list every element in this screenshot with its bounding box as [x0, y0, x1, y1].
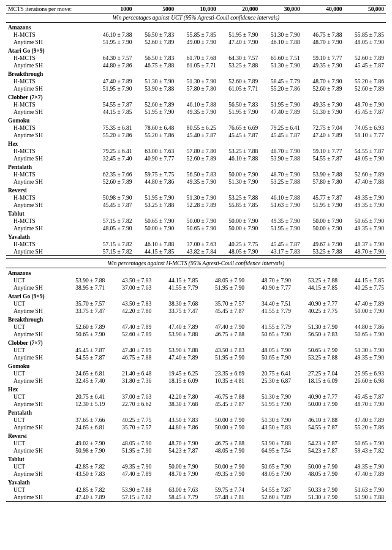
cell-value: 40.25 ± 7.75 — [218, 241, 260, 248]
cell-value: 51.30 ± 7.90 — [293, 323, 339, 331]
cell-value: 50.65 ± 7.90 — [246, 463, 293, 470]
game-header-7: Reversi — [6, 431, 386, 440]
cell-value: 54.55 ± 7.87 — [293, 424, 339, 431]
row-label: Anytime SH — [6, 248, 92, 256]
game-header-2: Breakthrough — [6, 315, 386, 323]
row-label: Anytime SH — [6, 377, 60, 385]
cell-value: 48.05 ± 7.90 — [200, 447, 246, 454]
cell-value: 52.60 ± 7.89 — [92, 178, 134, 186]
cell-value: 51.95 ± 7.90 — [134, 108, 176, 116]
row-label: H-MCTS — [6, 148, 92, 155]
cell-value: 45.45 ± 7.87 — [92, 202, 134, 209]
cell-value: 52.60 ± 7.89 — [344, 55, 386, 62]
cell-value: 59.10 ± 7.77 — [302, 148, 344, 155]
cell-value: 47.40 ± 7.89 — [60, 494, 107, 502]
cell-value: 44.15 ± 7.85 — [92, 108, 134, 116]
cell-value: 46.10 ± 7.88 — [92, 31, 134, 39]
cell-value: 51.30 ± 7.90 — [218, 178, 260, 186]
row-label: Anytime SH — [6, 39, 92, 46]
cell-value: 52.60 ± 7.89 — [302, 85, 344, 92]
cell-value: 31.80 ± 7.36 — [107, 377, 153, 385]
cell-value: 48.05 ± 7.90 — [344, 39, 386, 46]
cell-value: 52.60 ± 7.89 — [344, 85, 386, 92]
cell-value: 61.70 ± 7.68 — [176, 55, 218, 62]
game-header-2: Breakthrough — [6, 69, 386, 78]
table-row: UCT24.65 ± 6.8121.40 ± 6.4819.45 ± 6.252… — [6, 370, 386, 377]
cell-value: 52.60 ± 7.89 — [344, 171, 386, 178]
cell-value: 54.55 ± 7.87 — [60, 354, 107, 361]
cell-value: 43.82 ± 7.84 — [176, 248, 218, 256]
table-row: Anytime SH38.95 ± 7.7137.00 ± 7.6341.55 … — [6, 284, 386, 292]
cell-value: 26.60 ± 6.98 — [339, 377, 386, 385]
cell-value: 18.15 ± 6.09 — [153, 377, 200, 385]
cell-value: 79.25 ± 6.41 — [92, 148, 134, 155]
iter-50000: 50,000 — [344, 6, 386, 13]
cell-value: 44.80 ± 7.86 — [153, 424, 200, 431]
cell-value: 59.43 ± 7.82 — [339, 447, 386, 454]
iter-40000: 40,000 — [302, 6, 344, 13]
table-row: Anytime SH32.45 ± 7.4031.80 ± 7.3618.15 … — [6, 377, 386, 385]
cell-value: 62.35 ± 7.66 — [92, 171, 134, 178]
cell-value: 53.25 ± 7.88 — [218, 148, 260, 155]
cell-value: 52.60 ± 7.89 — [107, 331, 153, 338]
cell-value: 24.65 ± 6.81 — [60, 370, 107, 377]
cell-value: 48.70 ± 7.90 — [260, 171, 302, 178]
cell-value: 53.90 ± 7.88 — [302, 171, 344, 178]
cell-value: 45.45 ± 7.87 — [218, 132, 260, 139]
row-label: H-MCTS — [6, 194, 92, 202]
cell-value: 54.55 ± 7.87 — [344, 148, 386, 155]
cell-value: 50.00 ± 7.90 — [176, 217, 218, 225]
cell-value: 38.30 ± 7.68 — [153, 401, 200, 408]
cell-value: 18.15 ± 6.09 — [293, 377, 339, 385]
cell-value: 48.70 ± 7.90 — [344, 248, 386, 256]
row-label: Anytime SH — [6, 85, 92, 92]
cell-value: 49.35 ± 7.90 — [176, 178, 218, 186]
cell-value: 63.00 ± 7.63 — [134, 148, 176, 155]
cell-value: 43.50 ± 7.83 — [107, 277, 153, 284]
cell-value: 51.95 ± 7.90 — [200, 354, 246, 361]
row-label: Anytime SH — [6, 447, 60, 454]
cell-value: 34.40 ± 7.51 — [246, 300, 293, 307]
table-row: Anytime SH32.45 ± 7.4040.90 ± 7.7752.60 … — [6, 155, 386, 162]
cell-value: 48.05 ± 7.90 — [200, 277, 246, 284]
row-label: Anytime SH — [6, 307, 60, 315]
cell-value: 53.25 ± 7.88 — [260, 178, 302, 186]
cell-value: 48.70 ± 7.90 — [302, 78, 344, 85]
cell-value: 49.35 ± 7.90 — [260, 217, 302, 225]
cell-value: 45.45 ± 7.87 — [60, 347, 107, 354]
cell-value: 59.75 ± 7.74 — [200, 486, 246, 494]
table-row: H-MCTS57.15 ± 7.8246.10 ± 7.8837.00 ± 7.… — [6, 241, 386, 248]
row-label: UCT — [6, 323, 60, 331]
cell-value: 50.98 ± 7.90 — [60, 447, 107, 454]
cell-value: 47.40 ± 7.89 — [339, 470, 386, 478]
cell-value: 51.30 ± 7.90 — [260, 31, 302, 39]
cell-value: 50.65 ± 7.90 — [176, 225, 218, 232]
cell-value: 53.25 ± 7.88 — [218, 194, 260, 202]
cell-value: 45.45 ± 7.87 — [344, 108, 386, 116]
cell-value: 48.05 ± 7.90 — [218, 248, 260, 256]
cell-value: 53.90 ± 7.88 — [134, 85, 176, 92]
cell-value: 40.25 ± 7.75 — [339, 284, 386, 292]
cell-value: 49.35 ± 7.90 — [176, 108, 218, 116]
cell-value: 44.80 ± 7.86 — [339, 323, 386, 331]
table-row: Anytime SH50.98 ± 7.9051.95 ± 7.9054.23 … — [6, 447, 386, 454]
cell-value: 55.20 ± 7.86 — [134, 132, 176, 139]
cell-value: 56.50 ± 7.83 — [218, 101, 260, 108]
cell-value: 51.30 ± 7.90 — [302, 108, 344, 116]
iter-5000: 5000 — [134, 6, 176, 13]
row-label: UCT — [6, 300, 60, 307]
row-label: H-MCTS — [6, 78, 92, 85]
table-row: UCT42.85 ± 7.8253.90 ± 7.8863.00 ± 7.635… — [6, 486, 386, 494]
cell-value: 23.35 ± 6.69 — [200, 370, 246, 377]
row-label: UCT — [6, 440, 60, 447]
table-row: Anytime SH55.20 ± 7.8655.20 ± 7.8645.40 … — [6, 132, 386, 139]
cell-value: 50.65 ± 7.90 — [293, 347, 339, 354]
cell-value: 57.80 ± 7.80 — [176, 85, 218, 92]
cell-value: 51.30 ± 7.90 — [260, 62, 302, 69]
cell-value: 41.55 ± 7.79 — [246, 323, 293, 331]
cell-value: 48.05 ± 7.90 — [293, 470, 339, 478]
cell-value: 46.75 ± 7.88 — [107, 354, 153, 361]
cell-value: 57.15 ± 7.82 — [92, 217, 134, 225]
cell-value: 53.90 ± 7.88 — [153, 347, 200, 354]
game-header-7: Reversi — [6, 186, 386, 194]
